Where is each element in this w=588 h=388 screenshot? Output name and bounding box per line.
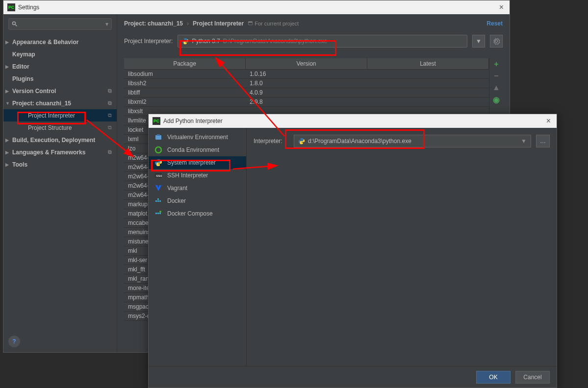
sidebar-item-keymap[interactable]: Keymap [3, 48, 117, 60]
env-item-docker[interactable]: Docker [149, 194, 246, 207]
env-item-docker-compose[interactable]: Docker Compose [149, 207, 246, 220]
reset-link[interactable]: Reset [486, 20, 503, 27]
cell-pkg: libsodium [124, 71, 246, 77]
settings-tree: ▶Appearance & BehaviorKeymap▶EditorPlugi… [3, 34, 117, 331]
compose-icon [154, 210, 162, 218]
col-version[interactable]: Version [246, 58, 367, 69]
upgrade-package-button[interactable]: ▲ [489, 82, 503, 94]
svg-line-1 [16, 25, 17, 26]
sidebar-item-editor[interactable]: ▶Editor [3, 60, 117, 73]
help-button[interactable]: ? [8, 336, 20, 347]
svg-text:SSH: SSH [156, 174, 162, 177]
dlg-interpreter-path: d:\ProgramData\Anaconda3\python.exe [308, 138, 411, 145]
crumb-project[interactable]: Project: chuanzhi_15 [124, 20, 183, 27]
python-icon [154, 159, 162, 167]
env-list: Virtualenv EnvironmentConda EnvironmentS… [149, 128, 247, 366]
svg-rect-12 [159, 200, 161, 202]
env-item-label: System Interpreter [167, 159, 216, 166]
for-current-project-hint: For current project [248, 21, 299, 26]
gear-icon[interactable] [490, 35, 503, 48]
sidebar-item-plugins[interactable]: Plugins [3, 73, 117, 85]
tree-item-label: Keymap [12, 51, 35, 58]
ssh-icon: SSH [154, 171, 162, 179]
svg-rect-15 [159, 213, 161, 214]
close-icon[interactable]: × [497, 3, 506, 12]
package-header: Package Version Latest [124, 58, 489, 70]
env-item-label: Virtualenv Environment [167, 134, 228, 141]
cell-ver: 2.9.8 [246, 98, 367, 105]
tree-item-label: Languages & Frameworks [12, 149, 85, 156]
svg-rect-13 [155, 213, 157, 214]
browse-button[interactable]: … [536, 135, 550, 147]
svg-rect-9 [155, 200, 157, 202]
pycharm-icon: PC [7, 3, 15, 11]
table-row[interactable]: libsodium1.0.16 [124, 70, 489, 79]
interpreter-select[interactable]: Python 3.7 D:\ProgramData\Anaconda3\pyth… [178, 35, 467, 48]
docker-icon [154, 197, 162, 205]
sidebar-item-project-interpreter[interactable]: Project Interpreter⧉ [3, 109, 117, 121]
svg-rect-11 [157, 198, 159, 200]
sidebar-item-languages-frameworks[interactable]: ▶Languages & Frameworks⧉ [3, 146, 117, 158]
remove-package-button[interactable]: − [489, 70, 503, 82]
svg-rect-14 [157, 213, 159, 214]
sidebar-item-appearance-behavior[interactable]: ▶Appearance & Behavior [3, 36, 117, 48]
svg-rect-10 [157, 200, 159, 202]
window-title: Settings [18, 4, 39, 11]
tree-item-label: Appearance & Behavior [12, 39, 78, 46]
venv-icon [154, 133, 162, 141]
col-latest[interactable]: Latest [367, 58, 489, 69]
tree-item-label: Tools [12, 161, 27, 168]
tree-arrow-icon: ▶ [5, 150, 10, 155]
breadcrumb: Project: chuanzhi_15 › Project Interpret… [117, 14, 510, 31]
tree-arrow-icon: ▶ [5, 138, 10, 143]
tree-arrow-icon: ▶ [5, 40, 10, 45]
vagrant-icon [154, 184, 162, 192]
settings-titlebar: PC Settings × [3, 0, 510, 14]
sidebar-item-version-control[interactable]: ▶Version Control⧉ [3, 85, 117, 97]
interpreter-label: Project Interpreter: [124, 38, 173, 45]
pycharm-icon: PC [153, 117, 160, 125]
col-package[interactable]: Package [124, 58, 246, 69]
tree-arrow-icon: ▶ [5, 64, 10, 69]
table-row[interactable]: libssh21.8.0 [124, 79, 489, 88]
dlg-interpreter-select[interactable]: d:\ProgramData\Anaconda3\python.exe ▼ [294, 135, 531, 147]
close-icon[interactable]: × [544, 117, 553, 125]
add-package-button[interactable]: + [489, 58, 503, 70]
chevron-down-icon: ▼ [521, 138, 527, 145]
env-item-conda-environment[interactable]: Conda Environment [149, 144, 246, 156]
sidebar-item-project-structure[interactable]: Project Structure⧉ [3, 121, 117, 134]
search-input[interactable]: ▾ [8, 18, 112, 30]
crumb-page: Project Interpreter [193, 20, 244, 27]
env-item-label: Docker Compose [167, 210, 213, 217]
cancel-button[interactable]: Cancel [515, 371, 550, 384]
table-row[interactable]: libxml22.9.8 [124, 97, 489, 107]
svg-point-16 [159, 211, 161, 213]
env-item-virtualenv-environment[interactable]: Virtualenv Environment [149, 131, 246, 144]
svg-rect-3 [248, 22, 252, 23]
svg-rect-4 [155, 135, 161, 140]
dialog-title: Add Python Interpreter [163, 118, 223, 124]
interpreter-dropdown-button[interactable]: ▼ [472, 35, 485, 48]
ok-button[interactable]: OK [476, 371, 511, 384]
copy-icon: ⧉ [108, 100, 112, 106]
sidebar-item-project-chuanzhi-15[interactable]: ▼Project: chuanzhi_15⧉ [3, 97, 117, 109]
cell-ver: 1.0.16 [246, 71, 367, 77]
sidebar-item-tools[interactable]: ▶Tools [3, 158, 117, 170]
dialog-titlebar: PC Add Python Interpreter × [149, 114, 557, 128]
chevron-right-icon: › [187, 20, 189, 27]
table-row[interactable]: libtiff4.0.9 [124, 88, 489, 97]
cell-pkg: libtiff [124, 89, 246, 96]
cell-pkg: libssh2 [124, 80, 246, 87]
dialog-footer: OK Cancel [149, 366, 557, 388]
tree-arrow-icon: ▶ [5, 162, 10, 167]
env-item-vagrant[interactable]: Vagrant [149, 182, 246, 194]
sidebar-item-build-execution-deployment[interactable]: ▶Build, Execution, Deployment [3, 134, 117, 146]
show-early-releases-button[interactable]: ◉ [489, 94, 503, 105]
settings-sidebar: ▾ ▶Appearance & BehaviorKeymap▶EditorPlu… [3, 14, 117, 352]
cell-ver: 4.0.9 [246, 89, 367, 96]
cell-pkg: libxml2 [124, 98, 246, 105]
tree-item-label: Project Structure [28, 124, 72, 131]
env-item-ssh-interpreter[interactable]: SSHSSH Interpreter [149, 169, 246, 182]
env-item-system-interpreter[interactable]: System Interpreter [149, 156, 246, 169]
env-item-label: SSH Interpreter [167, 172, 208, 179]
